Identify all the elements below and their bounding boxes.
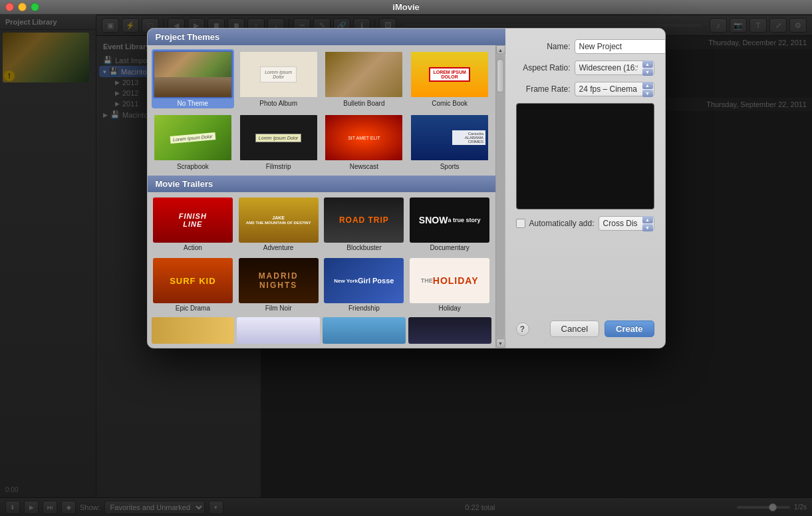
documentary-thumbnail: SNOW a true story <box>410 197 489 243</box>
new-project-dialog: Project Themes No T <box>147 28 666 348</box>
holiday-label: Holiday <box>438 305 460 312</box>
minimize-button[interactable] <box>18 3 27 11</box>
auto-add-checkbox[interactable] <box>516 219 525 228</box>
adventure-label: Adventure <box>263 244 294 251</box>
adventure-thumbnail: JAKEAND THE MOUNTAIN OF DESTINY <box>239 197 319 243</box>
blockbuster-thumbnail: ROAD TRIP <box>324 197 404 243</box>
create-button[interactable]: Create <box>605 321 654 337</box>
scroll-thumb[interactable] <box>497 59 504 92</box>
filmstrip-label: Filmstrip <box>266 163 291 170</box>
project-themes-header: Project Themes <box>148 29 505 45</box>
maximize-button[interactable] <box>31 3 39 11</box>
theme-filmstrip[interactable]: Lorem Ipsum Dolor Filmstrip <box>237 112 320 172</box>
theme-newscast[interactable]: SIT AMET ELIT Newscast <box>323 112 406 172</box>
friendship-label: Friendship <box>348 305 380 312</box>
traffic-lights[interactable] <box>5 3 39 11</box>
photo-album-thumbnail: Lorem IpsumDolor <box>239 51 319 98</box>
auto-add-row: Automatically add: Cross Dissolve ▲ ▼ <box>516 216 654 231</box>
frame-rate-row: Frame Rate: 24 fps – Cinema ▲ ▼ <box>516 82 654 96</box>
trailer-friendship[interactable]: New York Girl Posse Friendship <box>323 257 406 313</box>
cancel-button[interactable]: Cancel <box>550 321 599 337</box>
bulletin-board-label: Bulletin Board <box>343 100 384 107</box>
aspect-ratio-label: Aspect Ratio: <box>516 63 571 72</box>
aspect-ratio-select[interactable]: Widescreen (16:9) <box>575 61 654 75</box>
no-theme-thumbnail <box>153 51 233 98</box>
dialog-overlay: Project Themes No T <box>0 15 812 516</box>
trailer-adventure[interactable]: JAKEAND THE MOUNTAIN OF DESTINY Adventur… <box>237 196 320 253</box>
button-row: ? Cancel Create <box>516 321 654 337</box>
epic-drama-label: Epic Drama <box>176 305 210 312</box>
trailer-holiday[interactable]: THE HOLIDAY Holiday <box>408 257 491 313</box>
theme-photo-album[interactable]: Lorem IpsumDolor Photo Album <box>237 49 320 108</box>
scroll-down-btn[interactable]: ▼ <box>496 338 505 348</box>
dialog-scrollbar[interactable]: ▲ ▼ <box>495 45 505 348</box>
themes-grid-row2: Lorem Ipsum Dolor Scrapbook Lorem Ipsum … <box>148 112 495 176</box>
sports-label: Sports <box>440 163 460 170</box>
scroll-track[interactable] <box>496 55 505 338</box>
scrapbook-label: Scrapbook <box>177 163 209 170</box>
partial-thumb-3 <box>323 317 406 344</box>
epic-drama-thumbnail: SURF KID <box>153 258 233 303</box>
cross-dissolve-select[interactable]: Cross Dissolve <box>599 216 654 231</box>
preview-area <box>516 103 654 209</box>
themes-grid-row1: No Theme Lorem IpsumDolor Photo Album <box>148 45 495 112</box>
blockbuster-label: Blockbuster <box>346 244 381 251</box>
trailers-grid-row1: FINISHLINE Action JAKEAND THE MOUNTAIN O… <box>148 192 495 257</box>
trailer-film-noir[interactable]: MADRIDNIGHTS Film Noir <box>237 257 320 313</box>
action-buttons: Cancel Create <box>550 321 654 337</box>
trailers-partial-row <box>148 317 495 348</box>
theme-no-theme[interactable]: No Theme <box>152 49 235 108</box>
aspect-ratio-select-container: Widescreen (16:9) ▲ ▼ <box>575 61 654 75</box>
theme-sports[interactable]: CanucksALABAMA CRIMES Sports <box>408 112 491 172</box>
themes-section: No Theme Lorem IpsumDolor Photo Album <box>148 45 505 348</box>
partial-thumb-2 <box>237 317 320 344</box>
film-noir-label: Film Noir <box>265 305 292 312</box>
name-label: Name: <box>516 42 571 51</box>
newscast-label: Newscast <box>350 163 378 170</box>
filmstrip-thumbnail: Lorem Ipsum Dolor <box>239 114 319 162</box>
newscast-thumbnail: SIT AMET ELIT <box>324 114 404 162</box>
partial-thumb-4 <box>408 317 491 344</box>
partial-thumb-1 <box>152 317 235 344</box>
trailer-blockbuster[interactable]: ROAD TRIP Blockbuster <box>323 196 406 253</box>
frame-rate-select-container: 24 fps – Cinema ▲ ▼ <box>575 82 654 96</box>
sports-thumbnail: CanucksALABAMA CRIMES <box>410 114 489 162</box>
help-button[interactable]: ? <box>516 322 529 336</box>
trailer-epic-drama[interactable]: SURF KID Epic Drama <box>152 257 235 313</box>
aspect-ratio-row: Aspect Ratio: Widescreen (16:9) ▲ ▼ <box>516 61 654 75</box>
film-noir-thumbnail: MADRIDNIGHTS <box>239 258 319 303</box>
theme-scrapbook[interactable]: Lorem Ipsum Dolor Scrapbook <box>152 112 235 172</box>
comic-book-thumbnail: LOREM IPSUMDOLOR <box>410 51 489 98</box>
holiday-thumbnail: THE HOLIDAY <box>410 258 489 303</box>
title-bar: iMovie <box>0 0 812 15</box>
comic-book-label: Comic Book <box>432 100 468 107</box>
action-thumbnail: FINISHLINE <box>153 197 233 243</box>
documentary-label: Documentary <box>430 244 469 251</box>
auto-add-label: Automatically add: <box>529 219 595 228</box>
movie-trailers-header: Movie Trailers <box>148 176 495 192</box>
friendship-thumbnail: New York Girl Posse <box>324 258 404 303</box>
theme-comic-book[interactable]: LOREM IPSUMDOLOR Comic Book <box>408 49 491 108</box>
photo-album-label: Photo Album <box>259 100 297 107</box>
no-theme-label: No Theme <box>178 100 209 107</box>
frame-rate-label: Frame Rate: <box>516 84 571 94</box>
name-input[interactable] <box>575 39 666 54</box>
cross-dissolve-container: Cross Dissolve ▲ ▼ <box>599 216 654 231</box>
themes-grid-wrapper: No Theme Lorem IpsumDolor Photo Album <box>148 45 495 348</box>
close-button[interactable] <box>5 3 14 11</box>
bulletin-board-thumbnail <box>324 51 404 98</box>
trailer-action[interactable]: FINISHLINE Action <box>152 196 235 253</box>
name-row: Name: <box>516 39 654 54</box>
app-title: iMovie <box>392 2 419 12</box>
scrapbook-thumbnail: Lorem Ipsum Dolor <box>153 114 233 162</box>
trailers-grid-row2: SURF KID Epic Drama MADRIDNIGHTS Film No… <box>148 257 495 317</box>
theme-bulletin-board[interactable]: Bulletin Board <box>323 49 406 108</box>
dialog-left-panel: Project Themes No T <box>148 29 505 348</box>
trailer-documentary[interactable]: SNOW a true story Documentary <box>408 196 491 253</box>
action-label: Action <box>184 244 202 251</box>
dialog-right-panel: Name: Aspect Ratio: Widescreen (16:9) ▲ … <box>505 29 665 348</box>
scroll-up-btn[interactable]: ▲ <box>496 45 505 55</box>
frame-rate-select[interactable]: 24 fps – Cinema <box>575 82 654 96</box>
